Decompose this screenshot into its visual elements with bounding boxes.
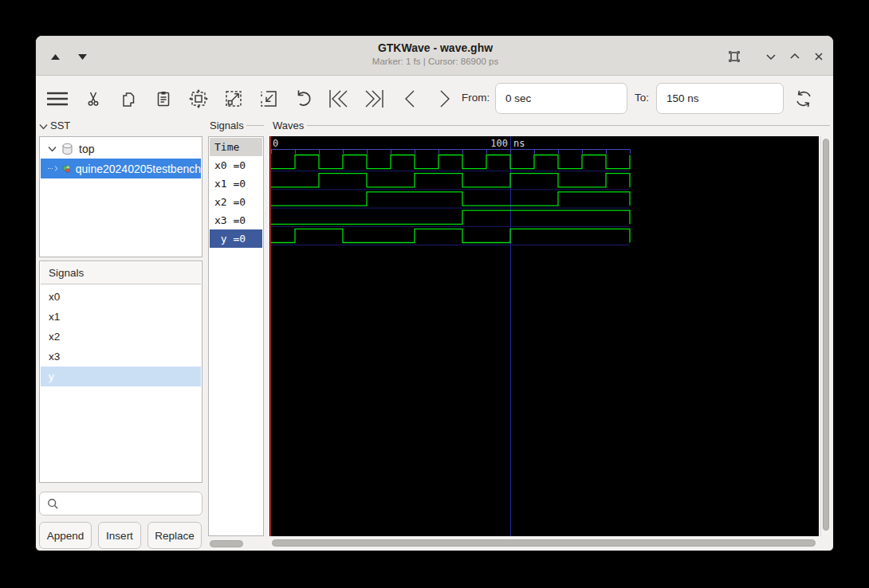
reload-button[interactable] xyxy=(789,84,818,113)
waves-vscrollbar-thumb[interactable] xyxy=(823,139,829,531)
signal-list-item-x3[interactable]: x3 xyxy=(41,347,201,367)
zoom-in-button[interactable] xyxy=(219,84,248,113)
expander-down-icon xyxy=(48,146,57,152)
time-label: Time xyxy=(214,141,239,153)
names-hscrollbar-thumb[interactable] xyxy=(210,540,243,547)
zoom-out-icon xyxy=(258,88,279,109)
roll-up-button[interactable] xyxy=(786,48,804,65)
signal-list-item-x2[interactable]: x2 xyxy=(41,327,201,347)
titlebar[interactable]: GTKWave - wave.ghw Marker: 1 fs | Cursor… xyxy=(36,36,834,76)
step-right-button[interactable] xyxy=(431,84,459,113)
signal-label: y xyxy=(49,370,54,382)
roll-down-button[interactable] xyxy=(762,48,780,65)
frame-toggle-button[interactable] xyxy=(725,48,743,65)
reload-icon xyxy=(793,88,814,109)
expander-right-icon xyxy=(54,164,58,173)
names-frame-line xyxy=(246,125,264,126)
svg-text:100: 100 xyxy=(490,138,508,149)
signal-list-item-y[interactable]: y xyxy=(41,367,201,386)
module-icon xyxy=(62,163,71,175)
cut-icon xyxy=(84,89,103,108)
skip-to-end-icon xyxy=(362,88,386,109)
waveform-plot: 0100ns xyxy=(269,136,819,536)
waves-hscrollbar-thumb[interactable] xyxy=(272,539,816,547)
name-value: x2 =0 xyxy=(214,196,246,208)
search-icon xyxy=(47,498,59,510)
waves-frame-line xyxy=(307,125,830,126)
chevron-up-icon xyxy=(788,50,801,63)
undo-button[interactable] xyxy=(289,84,318,113)
names-frame-label: Signals xyxy=(210,120,244,131)
wave-canvas[interactable]: 0100ns xyxy=(269,136,819,536)
hierarchy-top-icon xyxy=(61,143,73,155)
tree-item-testbench[interactable]: quine20240205testbench xyxy=(41,159,201,178)
svg-text:0: 0 xyxy=(273,138,278,149)
tree-item-top[interactable]: top xyxy=(41,139,201,159)
tree-branch-line xyxy=(48,168,53,169)
name-value: x1 =0 xyxy=(214,178,246,190)
to-input[interactable] xyxy=(656,83,784,114)
skip-to-start-button[interactable] xyxy=(324,84,353,113)
signal-label: x0 xyxy=(49,291,60,303)
close-button[interactable] xyxy=(810,48,828,65)
gtkwave-window: GTKWave - wave.ghw Marker: 1 fs | Cursor… xyxy=(35,35,834,551)
name-row-x2[interactable]: x2 =0 xyxy=(210,193,262,211)
zoom-fit-button[interactable] xyxy=(184,84,213,113)
waves-vscrollbar-track[interactable] xyxy=(820,136,831,536)
signal-label: x1 xyxy=(49,311,60,323)
waves-frame-label: Waves xyxy=(273,120,304,131)
menu-button[interactable] xyxy=(43,84,72,113)
skip-to-end-button[interactable] xyxy=(360,84,388,113)
name-row-x0[interactable]: x0 =0 xyxy=(210,156,262,174)
chevron-right-icon xyxy=(435,88,454,109)
sst-collapse-icon[interactable] xyxy=(39,123,48,130)
signal-list-panel: Signals x0 x1 x2 x3 y xyxy=(39,261,203,483)
paste-icon xyxy=(154,89,173,108)
copy-icon xyxy=(119,89,138,108)
waves-hscrollbar-track[interactable] xyxy=(269,538,819,549)
replace-button[interactable]: Replace xyxy=(147,522,202,549)
copy-button[interactable] xyxy=(114,84,143,113)
sst-header: SST xyxy=(50,120,70,131)
title-block: GTKWave - wave.ghw Marker: 1 fs | Cursor… xyxy=(36,40,834,68)
signal-label: x2 xyxy=(49,331,60,343)
window-title: GTKWave - wave.ghw xyxy=(36,40,834,56)
to-label: To: xyxy=(635,92,649,104)
name-value: y =0 xyxy=(214,233,246,245)
signal-list-item-x0[interactable]: x0 xyxy=(41,287,201,307)
append-label: Append xyxy=(47,530,85,542)
name-value: x0 =0 xyxy=(214,159,246,171)
close-icon xyxy=(812,50,825,63)
name-row-x3[interactable]: x3 =0 xyxy=(210,211,262,229)
signal-label: x3 xyxy=(49,351,60,363)
insert-label: Insert xyxy=(106,530,133,542)
time-header[interactable]: Time xyxy=(210,138,262,156)
step-left-button[interactable] xyxy=(395,84,424,113)
from-input[interactable] xyxy=(495,83,627,114)
replace-label: Replace xyxy=(155,530,195,542)
zoom-fit-icon xyxy=(188,88,209,109)
menu-icon xyxy=(45,89,69,108)
marker-cursor-status: Marker: 1 fs | Cursor: 86900 ps xyxy=(36,56,834,68)
undo-icon xyxy=(293,88,314,109)
cut-button[interactable] xyxy=(79,84,108,113)
chevron-down-icon xyxy=(765,50,777,63)
insert-button[interactable]: Insert xyxy=(98,522,141,549)
name-column-panel: Time x0 =0 x1 =0 x2 =0 x3 =0 y =0 xyxy=(208,136,264,536)
zoom-in-icon xyxy=(223,88,244,109)
name-row-y[interactable]: y =0 xyxy=(210,229,262,248)
skip-to-start-icon xyxy=(327,88,351,109)
name-row-x1[interactable]: x1 =0 xyxy=(210,174,262,193)
from-label: From: xyxy=(462,92,490,104)
zoom-out-button[interactable] xyxy=(254,84,283,113)
tree-item-label: quine20240205testbench xyxy=(76,163,201,175)
svg-text:ns: ns xyxy=(513,138,525,149)
signal-list-header: Signals xyxy=(41,262,201,284)
paste-button[interactable] xyxy=(149,84,178,113)
signal-search-input[interactable] xyxy=(39,492,203,515)
toolbar: From: To: xyxy=(36,76,834,119)
signal-list-item-x1[interactable]: x1 xyxy=(41,307,201,327)
append-button[interactable]: Append xyxy=(39,522,92,549)
chevron-left-icon xyxy=(400,88,419,109)
frame-icon xyxy=(727,49,741,64)
